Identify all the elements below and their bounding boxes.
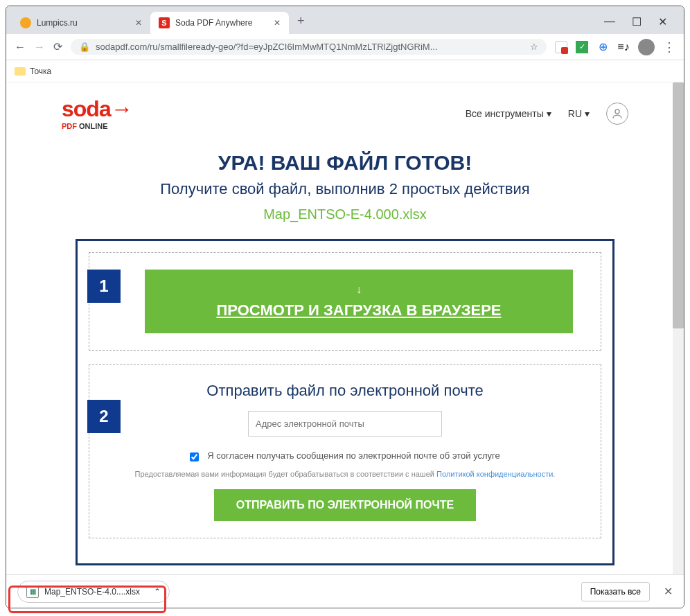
- tools-dropdown[interactable]: Все инструменты ▾: [466, 108, 551, 119]
- close-tab-icon[interactable]: ✕: [135, 18, 142, 28]
- page-subtitle: Получите свой файл, выполнив 2 простых д…: [62, 180, 628, 198]
- maximize-button[interactable]: ☐: [632, 15, 642, 28]
- close-tab-icon[interactable]: ✕: [274, 18, 281, 28]
- section-title: Отправить файл по электронной почте: [117, 382, 573, 400]
- result-filename: Map_ENTSO-E-4.000.xlsx: [62, 206, 628, 222]
- tab-title: Lumpics.ru: [37, 18, 78, 28]
- browser-toolbar: ← → ⟳ 🔒 sodapdf.com/ru/smallfileready-ge…: [6, 34, 684, 60]
- hero: УРА! ВАШ ФАЙЛ ГОТОВ! Получите свой файл,…: [62, 151, 628, 222]
- file-xlsx-icon: ▦: [26, 586, 39, 598]
- tab-sodapdf[interactable]: S Soda PDF Anywhere ✕: [150, 12, 289, 34]
- url-text: sodapdf.com/ru/smallfileready-geo/?fd=ey…: [96, 42, 438, 52]
- email-input[interactable]: [248, 411, 442, 437]
- svg-point-0: [615, 109, 619, 114]
- caret-down-icon: ▾: [585, 108, 590, 119]
- logo[interactable]: soda→ PDF ONLINE: [62, 96, 132, 130]
- profile-avatar[interactable]: [638, 39, 655, 55]
- step-2-section: 2 Отправить файл по электронной почте Я …: [89, 364, 601, 538]
- step-number: 1: [87, 270, 121, 303]
- send-email-button[interactable]: ОТПРАВИТЬ ПО ЭЛЕКТРОННОЙ ПОЧТЕ: [214, 489, 476, 521]
- header-nav: Все инструменты ▾ RU ▾: [466, 103, 628, 125]
- language-dropdown[interactable]: RU ▾: [568, 108, 590, 119]
- address-bar[interactable]: 🔒 sodapdf.com/ru/smallfileready-geo/?fd=…: [71, 39, 547, 55]
- menu-button[interactable]: ⋮: [663, 39, 675, 55]
- step-1-section: 1 ↓ ПРОСМОТР И ЗАГРУЗКА В БРАУЗЕРЕ: [89, 252, 601, 351]
- user-icon[interactable]: [606, 103, 628, 125]
- lock-icon: 🔒: [79, 42, 90, 52]
- site-header: soda→ PDF ONLINE Все инструменты ▾ RU ▾: [62, 82, 628, 137]
- privacy-link[interactable]: Политикой конфиденциальности: [436, 470, 553, 478]
- button-label: ПРОСМОТР И ЗАГРУЗКА В БРАУЗЕРЕ: [216, 301, 501, 319]
- consent-text: Я согласен получать сообщения по электро…: [207, 450, 500, 461]
- page-title: УРА! ВАШ ФАЙЛ ГОТОВ!: [62, 151, 628, 175]
- bookmarks-bar: Точка: [6, 60, 684, 82]
- browser-window: Lumpics.ru ✕ S Soda PDF Anywhere ✕ + — ☐…: [6, 6, 684, 608]
- step-number: 2: [87, 400, 121, 433]
- globe-icon[interactable]: ⊕: [596, 41, 609, 53]
- logo-text: soda→: [62, 96, 132, 122]
- show-all-button[interactable]: Показать все: [581, 582, 650, 601]
- scrollbar[interactable]: [673, 82, 684, 574]
- window-controls: — ☐ ✕: [604, 15, 678, 34]
- extension-check-icon[interactable]: ✓: [576, 41, 588, 53]
- caret-down-icon: ▾: [547, 108, 551, 119]
- download-arrow-icon: ↓: [356, 283, 362, 296]
- download-filename: Map_ENTSO-E-4.0....xlsx: [44, 587, 140, 597]
- favicon-icon: [20, 17, 31, 28]
- minimize-button[interactable]: —: [604, 15, 615, 28]
- folder-icon: [15, 67, 26, 76]
- logo-subtitle: PDF ONLINE: [62, 122, 132, 130]
- scroll-thumb[interactable]: [673, 82, 684, 328]
- new-tab-button[interactable]: +: [289, 8, 313, 34]
- tab-title: Soda PDF Anywhere: [175, 18, 252, 28]
- forward-button[interactable]: →: [34, 41, 45, 53]
- chevron-up-icon[interactable]: ⌃: [154, 587, 161, 597]
- tab-lumpics[interactable]: Lumpics.ru ✕: [12, 12, 150, 34]
- page-content: soda→ PDF ONLINE Все инструменты ▾ RU ▾: [6, 82, 684, 574]
- download-bar: ▦ Map_ENTSO-E-4.0....xlsx ⌃ Показать все…: [6, 574, 684, 608]
- reload-button[interactable]: ⟳: [53, 40, 62, 53]
- disclaimer: Предоставляемая вами информация будет об…: [117, 470, 573, 478]
- close-window-button[interactable]: ✕: [658, 15, 667, 28]
- consent-checkbox[interactable]: [190, 452, 199, 461]
- steps-container: 1 ↓ ПРОСМОТР И ЗАГРУЗКА В БРАУЗЕРЕ 2 Отп…: [76, 239, 614, 565]
- star-icon[interactable]: ☆: [530, 42, 538, 52]
- tab-strip: Lumpics.ru ✕ S Soda PDF Anywhere ✕ + — ☐…: [6, 6, 684, 34]
- close-download-bar-icon[interactable]: ✕: [664, 585, 673, 598]
- download-chip[interactable]: ▦ Map_ENTSO-E-4.0....xlsx ⌃: [17, 581, 170, 603]
- favicon-icon: S: [159, 17, 170, 28]
- back-button[interactable]: ←: [15, 41, 26, 53]
- extension-icon[interactable]: [555, 41, 567, 53]
- consent-row: Я согласен получать сообщения по электро…: [117, 450, 573, 461]
- download-view-button[interactable]: ↓ ПРОСМОТР И ЗАГРУЗКА В БРАУЗЕРЕ: [145, 270, 573, 333]
- bookmark-item[interactable]: Точка: [30, 67, 51, 76]
- playlist-icon[interactable]: ≡♪: [617, 41, 630, 53]
